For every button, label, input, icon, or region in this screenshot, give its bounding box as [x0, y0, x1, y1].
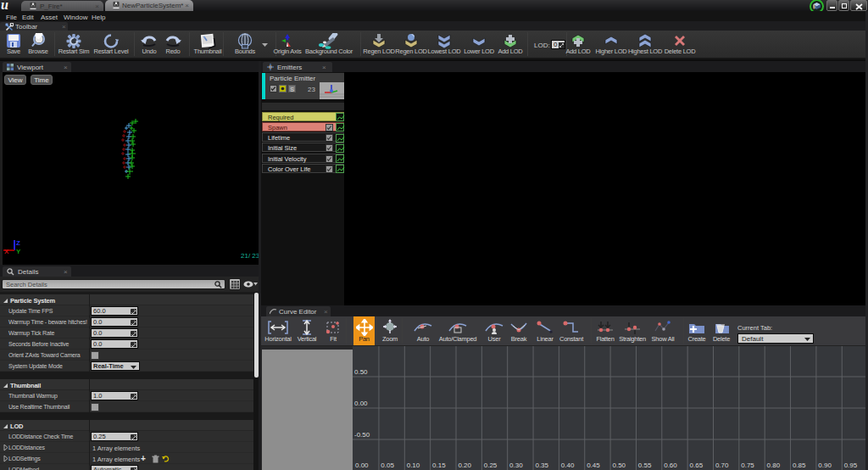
svg-text:0.40: 0.40 — [561, 462, 575, 469]
svg-text:0.95: 0.95 — [844, 462, 858, 469]
svg-text:0.30: 0.30 — [509, 462, 523, 469]
svg-text:0.20: 0.20 — [458, 462, 471, 469]
svg-text:0.55: 0.55 — [638, 462, 652, 469]
svg-text:0.50: 0.50 — [613, 462, 626, 469]
svg-text:0.60: 0.60 — [664, 462, 677, 469]
svg-text:0.00: 0.00 — [354, 400, 368, 407]
svg-text:0.10: 0.10 — [407, 462, 420, 469]
svg-text:Z: Z — [16, 239, 20, 247]
svg-text:0.45: 0.45 — [587, 462, 600, 469]
svg-text:0.80: 0.80 — [767, 462, 781, 469]
svg-text:0.65: 0.65 — [690, 462, 704, 469]
svg-text:0.35: 0.35 — [535, 462, 548, 469]
svg-text:0.15: 0.15 — [432, 462, 446, 469]
svg-text:-0.50: -0.50 — [354, 431, 370, 439]
svg-text:0.00: 0.00 — [355, 462, 369, 469]
svg-text:0.05: 0.05 — [381, 462, 394, 469]
svg-text:0.85: 0.85 — [793, 462, 806, 469]
svg-text:0.25: 0.25 — [484, 462, 498, 469]
svg-text:Y: Y — [16, 248, 21, 255]
svg-text:0.70: 0.70 — [715, 462, 729, 469]
svg-text:0.50: 0.50 — [354, 368, 368, 376]
svg-text:X: X — [4, 248, 9, 255]
svg-text:0.75: 0.75 — [741, 462, 754, 469]
svg-text:0.90: 0.90 — [818, 462, 832, 469]
